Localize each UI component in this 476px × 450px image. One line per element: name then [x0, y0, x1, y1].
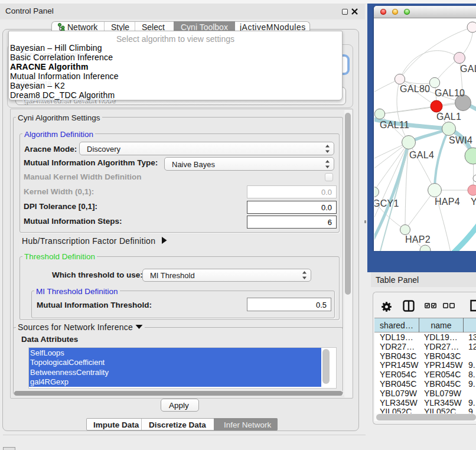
- svg-text:SWI4: SWI4: [449, 135, 472, 145]
- svg-text:GAL10: GAL10: [435, 88, 465, 98]
- svg-text:GCY1: GCY1: [374, 198, 399, 208]
- svg-text:GAL11: GAL11: [380, 120, 409, 130]
- svg-text:GAL7: GAL7: [460, 64, 476, 74]
- svg-text:GAL4: GAL4: [409, 150, 434, 160]
- svg-text:HAP2: HAP2: [405, 234, 431, 244]
- svg-text:GAL80: GAL80: [400, 84, 430, 94]
- svg-text:HAP4: HAP4: [435, 197, 460, 207]
- svg-text:Y: Y: [471, 197, 476, 207]
- svg-text:GAL1: GAL1: [436, 112, 461, 122]
